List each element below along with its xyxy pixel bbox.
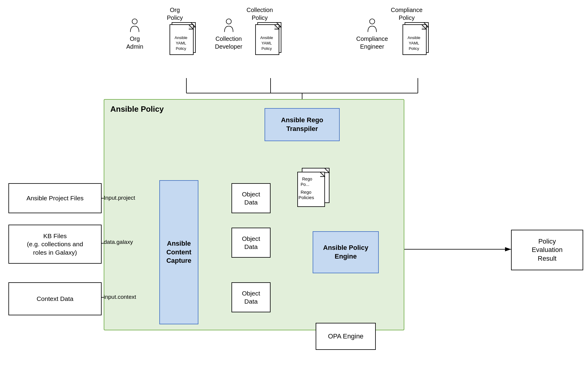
svg-text:Ansible: Ansible <box>260 35 273 40</box>
svg-text:YAML: YAML <box>409 41 419 45</box>
svg-point-23 <box>226 19 231 24</box>
rego-policies-stack: Rego Po... Rego Policies <box>295 167 343 208</box>
svg-point-24 <box>369 19 375 24</box>
org-policy-doc-icon: Ansible YAML Policy <box>168 21 198 57</box>
compliance-policy-doc-icon: Ansible YAML Policy <box>401 21 431 57</box>
svg-text:Ansible: Ansible <box>175 35 188 40</box>
ansible-content-capture-box: Ansible Content Capture <box>159 180 198 324</box>
object-data-2-box: Object Data <box>231 228 271 258</box>
ansible-rego-transpiler-box: Ansible Rego Transpiler <box>265 108 340 141</box>
opa-engine-box: OPA Engine <box>316 323 376 350</box>
person-icon-compliance-engineer <box>365 18 380 33</box>
svg-text:Ansible: Ansible <box>408 35 421 40</box>
svg-text:Policy: Policy <box>176 46 186 51</box>
svg-point-22 <box>132 19 137 24</box>
person-icon-collection-developer <box>221 18 236 33</box>
person-compliance-engineer: Compliance Engineer <box>356 18 388 50</box>
collection-policy-label: Collection Policy <box>247 6 273 22</box>
collection-policy-doc-icon: Ansible YAML Policy <box>254 21 284 57</box>
svg-text:Policy: Policy <box>409 46 419 51</box>
org-policy-label: Org Policy <box>167 6 183 22</box>
svg-text:YAML: YAML <box>176 41 186 45</box>
person-collection-developer: Collection Developer <box>215 18 242 50</box>
object-data-1-box: Object Data <box>231 183 271 213</box>
person-org-admin: Org Admin <box>126 18 143 50</box>
svg-text:Policy: Policy <box>262 46 272 51</box>
diagram-container: Ansible Policy Org Admin Collection Deve… <box>0 0 588 385</box>
svg-text:Po...: Po... <box>301 182 309 187</box>
collection-developer-label: Collection Developer <box>215 35 242 50</box>
collection-policy-doc: Ansible YAML Policy <box>254 21 284 58</box>
compliance-policy-label: Compliance Policy <box>391 6 423 22</box>
input-context-label: input.context <box>104 294 136 300</box>
person-icon-org-admin <box>127 18 142 33</box>
context-data-box: Context Data <box>8 282 102 315</box>
compliance-policy-doc: Ansible YAML Policy <box>401 21 431 58</box>
policy-evaluation-result-box: Policy Evaluation Result <box>511 230 583 270</box>
org-admin-label: Org Admin <box>126 35 143 50</box>
svg-text:Rego: Rego <box>301 189 311 195</box>
input-project-label: Input.project <box>104 195 135 201</box>
compliance-engineer-label: Compliance Engineer <box>356 35 388 50</box>
ansible-policy-region-title: Ansible Policy <box>110 105 164 114</box>
svg-text:YAML: YAML <box>262 41 272 45</box>
ansible-policy-engine-box: Ansible Policy Engine <box>313 231 379 273</box>
object-data-3-box: Object Data <box>231 282 271 312</box>
svg-text:Rego: Rego <box>302 177 312 181</box>
ansible-project-files-box: Ansible Project Files <box>8 183 102 213</box>
kb-files-box: KB Files (e.g. collections and roles in … <box>8 225 102 264</box>
data-galaxy-label: data.galaxy <box>104 239 133 245</box>
svg-text:Policies: Policies <box>299 195 314 200</box>
rego-policies-icon: Rego Po... Rego Policies <box>295 167 343 207</box>
org-policy-doc: Ansible YAML Policy <box>168 21 198 58</box>
